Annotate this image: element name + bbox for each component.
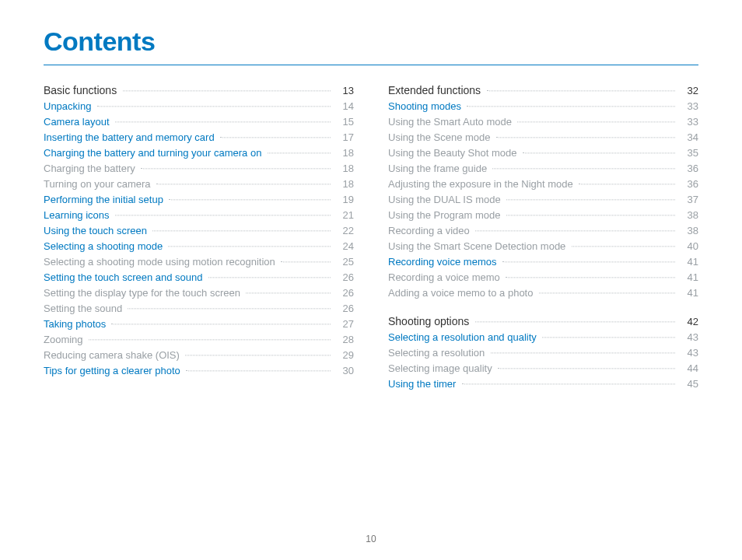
toc-entry-page: 18 [332, 177, 354, 192]
toc-leader-dots [572, 236, 675, 247]
toc-leader-dots [475, 311, 675, 322]
toc-entry[interactable]: Using the timer45 [388, 376, 698, 392]
toc-entry-page: 42 [677, 314, 698, 330]
toc-entry-page: 26 [332, 301, 354, 317]
toc-entry-page: 33 [677, 114, 698, 130]
title-rule [44, 65, 698, 65]
toc-entry-page: 28 [332, 332, 354, 348]
toc-entry-page: 19 [332, 192, 354, 208]
toc-leader-dots [492, 158, 675, 169]
toc-entry-label: Inserting the battery and memory card [44, 130, 220, 145]
toc-leader-dots [487, 80, 675, 91]
toc-entry-label: Using the frame guide [388, 161, 492, 177]
toc-entry-page: 41 [677, 270, 698, 285]
toc-entry-page: 26 [332, 285, 354, 301]
toc-leader-dots [220, 127, 331, 138]
toc-leader-dots [156, 173, 331, 184]
toc-leader-dots [186, 360, 331, 371]
toc-entry-label: Using the DUAL IS mode [388, 192, 506, 208]
toc-leader-dots [496, 127, 675, 138]
toc-leader-dots [462, 373, 675, 384]
toc-entry-page: 45 [677, 376, 698, 392]
toc-entry-page: 26 [332, 270, 354, 285]
toc-leader-dots [523, 142, 675, 153]
toc-entry-label: Unpacking [44, 99, 97, 114]
toc-leader-dots [115, 205, 331, 215]
toc-leader-dots [185, 345, 331, 355]
toc-entry-page: 32 [677, 83, 698, 99]
toc-entry-label: Using the touch screen [44, 223, 152, 239]
toc-entry-page: 44 [677, 361, 698, 376]
toc-entry-label: Selecting a resolution [388, 345, 491, 361]
toc-entry-label: Learning icons [44, 208, 115, 223]
toc-left-column: Basic functions13Unpacking14Camera layou… [44, 82, 354, 392]
toc-leader-dots [539, 282, 675, 293]
toc-entry-page: 34 [677, 130, 698, 145]
toc-entry-page: 41 [677, 285, 698, 301]
toc-entry[interactable]: Tips for getting a clearer photo30 [44, 363, 354, 379]
toc-leader-dots [502, 251, 675, 262]
toc-entry-page: 27 [332, 317, 354, 332]
toc-leader-dots [475, 220, 675, 231]
toc-entry-label: Adding a voice memo to a photo [388, 285, 539, 301]
toc-leader-dots [542, 327, 675, 338]
toc-entry-page: 35 [677, 145, 698, 161]
toc-entry-page: 43 [677, 330, 698, 345]
toc-leader-dots [123, 80, 331, 91]
toc-entry-page: 38 [677, 223, 698, 239]
toc-leader-dots [467, 96, 675, 107]
toc-entry-page: 36 [677, 177, 698, 192]
toc-entry-label: Reducing camera shake (OIS) [44, 348, 185, 363]
toc-leader-dots [208, 267, 331, 278]
toc-entry-page: 18 [332, 161, 354, 177]
toc-entry-label: Charging the battery [44, 161, 141, 177]
toc-entry-label: Using the timer [388, 376, 462, 392]
toc-entry-label: Setting the touch screen and sound [44, 270, 208, 285]
toc-leader-dots [169, 189, 331, 200]
toc-leader-dots [115, 111, 331, 122]
toc-entry-page: 13 [332, 83, 354, 99]
page-number: 10 [0, 534, 742, 544]
toc-entry-page: 14 [332, 99, 354, 114]
toc-leader-dots [89, 329, 331, 340]
toc-leader-dots [506, 205, 675, 215]
toc-leader-dots [506, 267, 675, 278]
toc-entry-page: 38 [677, 208, 698, 223]
toc-entry-page: 24 [332, 239, 354, 254]
toc-leader-dots [491, 342, 675, 353]
toc-leader-dots [168, 236, 331, 247]
toc-leader-dots [281, 251, 331, 262]
toc-leader-dots [246, 282, 331, 293]
toc-entry-page: 18 [332, 145, 354, 161]
toc-entry-label: Turning on your camera [44, 177, 156, 192]
page-title: Contents [44, 26, 698, 57]
toc-entry-page: 25 [332, 254, 354, 270]
toc-leader-dots [517, 111, 675, 122]
toc-entry-page: 43 [677, 345, 698, 361]
toc-entry-label: Recording a voice memo [388, 270, 506, 285]
toc-entry-label: Recording a video [388, 223, 475, 239]
toc-entry-label: Tips for getting a clearer photo [44, 363, 186, 379]
toc-entry-page: 17 [332, 130, 354, 145]
toc-columns: Basic functions13Unpacking14Camera layou… [44, 82, 698, 392]
toc-entry-page: 30 [332, 363, 354, 379]
toc-leader-dots [152, 220, 331, 231]
toc-entry-page: 15 [332, 114, 354, 130]
toc-entry-label: Recording voice memos [388, 254, 502, 270]
toc-entry-page: 21 [332, 208, 354, 223]
toc-entry-label: Selecting a shooting mode [44, 239, 168, 254]
toc-entry-page: 29 [332, 348, 354, 363]
toc-leader-dots [141, 158, 331, 169]
toc-entry-label: Shooting modes [388, 99, 467, 114]
toc-entry: Adding a voice memo to a photo41 [388, 285, 698, 301]
toc-entry-page: 41 [677, 254, 698, 270]
toc-entry-page: 37 [677, 192, 698, 208]
toc-leader-dots [97, 96, 331, 107]
toc-entry-label: Using the Scene mode [388, 130, 496, 145]
toc-leader-dots [128, 298, 331, 309]
toc-entry-label: Zooming [44, 332, 89, 348]
toc-leader-dots [498, 358, 675, 369]
toc-entry-page: 40 [677, 239, 698, 254]
toc-leader-dots [506, 189, 675, 200]
toc-leader-dots [579, 173, 675, 184]
